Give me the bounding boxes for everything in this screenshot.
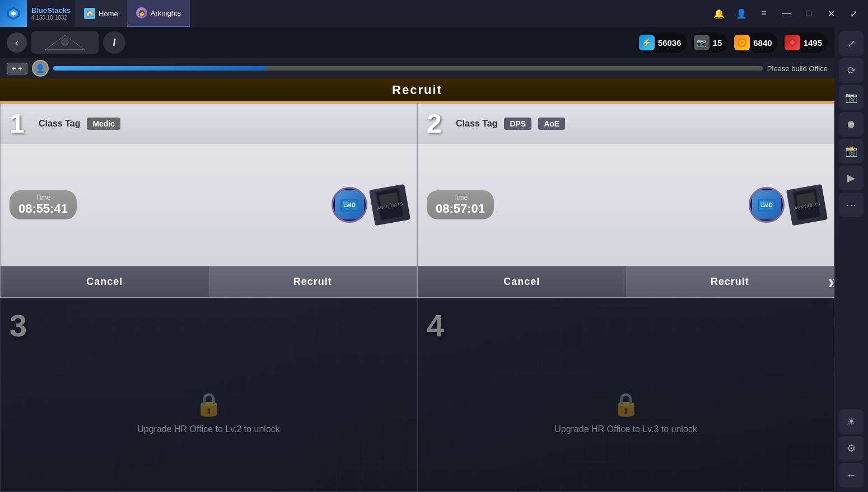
slot-1-recruit-btn[interactable]: Recruit (209, 266, 417, 297)
menu-btn[interactable]: ≡ (754, 3, 774, 24)
sidebar-camera-btn[interactable]: 📸 (839, 139, 864, 163)
window-chrome: BlueStacks 4.150.10.1032 🏠 Home 👩 Arknig… (0, 0, 868, 27)
slot-2-header: 2 Class Tag DPS AoE (418, 104, 834, 144)
tab-home-label: Home (99, 10, 118, 18)
progress-track (53, 66, 763, 71)
notification-btn[interactable]: 🔔 (709, 3, 729, 24)
currency-group: ⚡ 56036 📷 15 6840 (637, 32, 828, 53)
slot-2-reward-2: ARKNIGHTS (786, 184, 828, 226)
photo-currency[interactable]: 📷 15 (692, 32, 728, 53)
progress-fill (53, 66, 266, 71)
lock-icon-4: 🔒 (612, 391, 640, 418)
slot-3-locked-content: 🔒 Upgrade HR Office to Lv.2 to unlock (10, 344, 408, 483)
recruit-title: Recruit (392, 83, 442, 97)
bluestacks-logo (0, 0, 27, 27)
slot-2-reward-1-inner: LMD (752, 190, 781, 219)
recruit-panels: 1 Class Tag Medic Time 08:55:41 LM (0, 103, 834, 492)
arknights-tab-icon: 👩 (136, 7, 147, 18)
slot-3-number: 3 (10, 307, 27, 344)
sidebar-record-btn[interactable]: ⏺ (839, 112, 864, 137)
photo-icon: 📷 (694, 35, 710, 50)
info-button[interactable]: i (103, 31, 125, 54)
slot-2-time-value: 08:57:01 (436, 202, 485, 216)
tab-arknights-label: Arknights (151, 9, 181, 17)
lock-icon-3: 🔒 (195, 391, 223, 418)
sidebar-video-btn[interactable]: ▶ (839, 166, 864, 190)
slot-1-tag-medic[interactable]: Medic (87, 118, 120, 130)
sidebar-expand-btn[interactable]: ⤢ (839, 31, 864, 56)
sidebar-more-btn[interactable]: ⋯ (839, 193, 864, 217)
svg-point-8 (740, 41, 744, 44)
slot-1-content: Time 08:55:41 LMD (1, 144, 417, 266)
recruit-chevrons: » (828, 270, 834, 294)
progress-bar-area: + + 👤 Please build Office (0, 58, 834, 78)
slot-1-class-tag-label: Class Tag (39, 119, 80, 129)
slot-4-unlock-text: Upgrade HR Office to Lv.3 to unlock (554, 424, 697, 434)
brand-name: BlueStacks (31, 6, 71, 15)
slot-2-time-label: Time (436, 194, 485, 202)
slot-4-locked-content: 🔒 Upgrade HR Office to Lv.3 to unlock (427, 344, 825, 483)
svg-rect-23 (760, 202, 766, 205)
slot-2-tag-dps[interactable]: DPS (504, 118, 531, 130)
sanity-value: 56036 (658, 38, 682, 48)
back-button[interactable]: ‹ (7, 32, 27, 53)
game-area: ‹ i ⚡ 56036 📷 15 (0, 27, 834, 492)
slot-2-recruit-btn[interactable]: Recruit » (626, 266, 834, 297)
brand-version: 4.150.10.1032 (31, 15, 71, 21)
slot-1-header: 1 Class Tag Medic (1, 104, 417, 144)
slot-2-rewards: LMD ARKNIGHTS (749, 187, 825, 223)
tab-home[interactable]: 🏠 Home (75, 0, 127, 27)
slot-1-time-value: 08:55:41 (18, 202, 68, 216)
svg-point-5 (62, 39, 68, 45)
slot-1-buttons: Cancel Recruit (1, 266, 417, 297)
originite-icon (785, 35, 800, 50)
account-btn[interactable]: 👤 (731, 3, 752, 24)
slot-1-time-label: Time (18, 194, 68, 202)
slot-1-cancel-btn[interactable]: Cancel (1, 266, 209, 297)
sidebar-screenshot-btn[interactable]: 📷 (839, 85, 864, 110)
recruit-slot-3: 3 🔒 Upgrade HR Office to Lv.2 to unlock (0, 298, 417, 493)
slot-1-reward-1-inner: LMD (335, 190, 364, 219)
orundum-icon (734, 35, 750, 50)
minimize-btn[interactable]: — (776, 3, 796, 24)
slot-3-unlock-text: Upgrade HR Office to Lv.2 to unlock (137, 424, 280, 434)
expand-btn[interactable]: ⤢ (843, 3, 864, 24)
slot-4-number: 4 (427, 307, 444, 344)
photo-value: 15 (713, 38, 722, 48)
tab-arknights[interactable]: 👩 Arknights (127, 0, 190, 27)
recruit-slot-4: 4 🔒 Upgrade HR Office to Lv.3 to unlock (417, 298, 834, 493)
top-bar: ‹ i ⚡ 56036 📷 15 (0, 27, 834, 58)
sanity-icon: ⚡ (639, 35, 655, 50)
slot-1-number: 1 (10, 110, 32, 137)
slot-2-content: Time 08:57:01 LMD (418, 144, 834, 266)
slot-1-rewards: LMD ARKNIGHTS (332, 187, 408, 223)
slot-2-buttons: Cancel Recruit » (418, 266, 834, 297)
sidebar-back-btn[interactable]: ← (839, 463, 864, 488)
player-avatar: 👤 (32, 60, 49, 77)
svg-rect-15 (343, 202, 348, 205)
plus-button[interactable]: + + (7, 63, 27, 74)
slot-2-tag-aoe[interactable]: AoE (538, 118, 565, 130)
slot-1-time-box: Time 08:55:41 (10, 190, 77, 219)
slot-1-reward-2: ARKNIGHTS (369, 184, 410, 226)
home-button[interactable] (31, 31, 99, 54)
orundum-currency[interactable]: 6840 (732, 32, 777, 53)
sidebar-brightness-btn[interactable]: ☀ (839, 409, 864, 434)
slot-2-class-tag-label: Class Tag (456, 119, 497, 129)
maximize-btn[interactable]: □ (799, 3, 819, 24)
recruit-title-bar: Recruit (0, 78, 834, 103)
sanity-currency[interactable]: ⚡ 56036 (637, 32, 687, 53)
recruit-slot-2[interactable]: 2 Class Tag DPS AoE Time 08:57:01 (417, 103, 834, 298)
slot-1-reward-1: LMD (332, 187, 367, 223)
slot-2-cancel-btn[interactable]: Cancel (418, 266, 626, 297)
originite-value: 1495 (804, 38, 822, 48)
orundum-value: 6840 (753, 38, 772, 48)
sidebar-settings-btn[interactable]: ⚙ (839, 436, 864, 461)
window-controls: 🔔 👤 ≡ — □ ✕ ⤢ (709, 3, 868, 24)
sidebar-rotate-btn[interactable]: ⟳ (839, 58, 864, 83)
close-btn[interactable]: ✕ (821, 3, 841, 24)
bluestacks-brand: BlueStacks 4.150.10.1032 (27, 6, 75, 21)
originite-currency[interactable]: 1495 (782, 32, 828, 53)
right-sidebar: ⤢ ⟳ 📷 ⏺ 📸 ▶ ⋯ ☀ ⚙ ← (834, 27, 868, 492)
recruit-slot-1[interactable]: 1 Class Tag Medic Time 08:55:41 LM (0, 103, 417, 298)
